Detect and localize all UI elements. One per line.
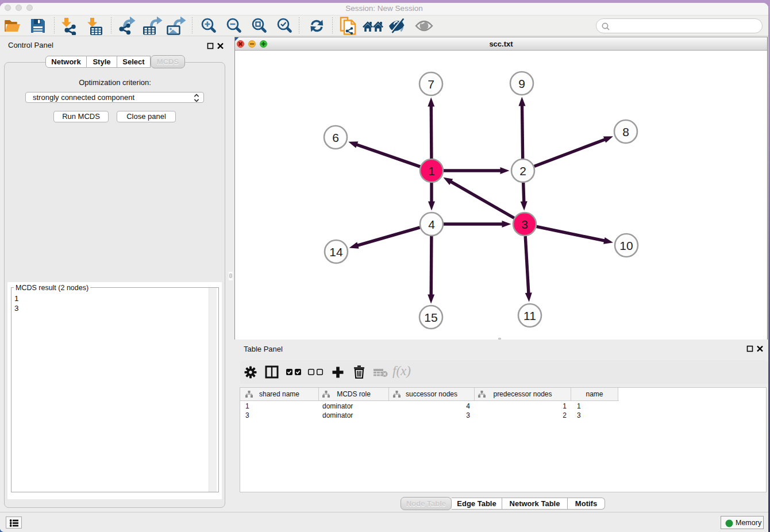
svg-text:7: 7 [428,78,434,91]
svg-text:2: 2 [519,164,526,178]
svg-text:4: 4 [428,218,435,231]
svg-text:8: 8 [622,125,629,138]
svg-text:15: 15 [424,311,437,324]
svg-text:3: 3 [521,218,528,231]
svg-text:14: 14 [329,245,343,259]
svg-text:6: 6 [332,131,339,144]
svg-text:9: 9 [518,77,525,90]
svg-text:11: 11 [523,309,536,322]
svg-text:1: 1 [428,164,435,178]
svg-text:10: 10 [619,239,633,252]
